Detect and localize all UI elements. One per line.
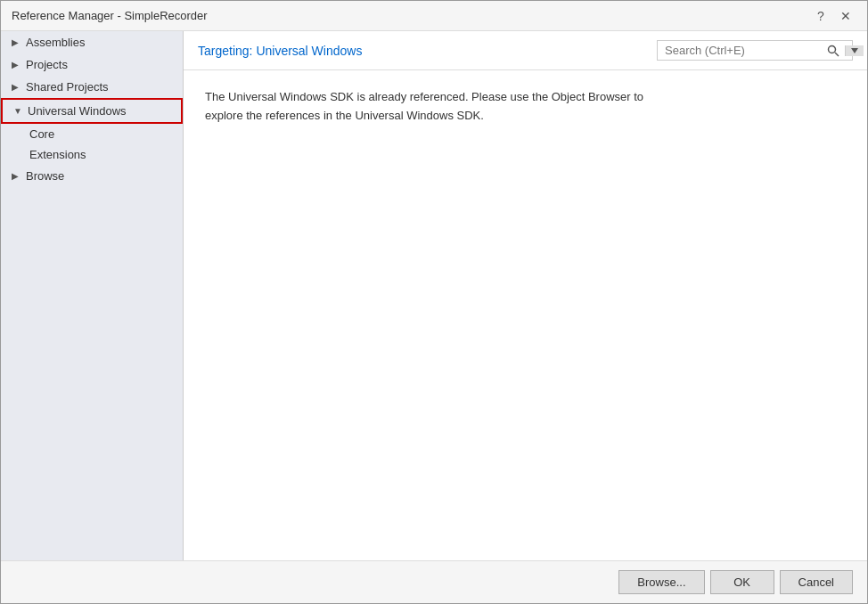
main-content: The Universal Windows SDK is already ref… xyxy=(184,70,867,560)
chevron-right-icon: ▶ xyxy=(12,37,22,47)
svg-line-1 xyxy=(835,53,839,56)
main-header: Targeting: Universal Windows xyxy=(184,31,867,70)
chevron-right-icon: ▶ xyxy=(12,171,22,181)
sidebar-item-browse-label: Browse xyxy=(26,169,64,183)
main-panel: Targeting: Universal Windows xyxy=(184,31,867,560)
sidebar-item-universal-windows-label: Universal Windows xyxy=(28,104,127,118)
sidebar-item-assemblies[interactable]: ▶ Assemblies xyxy=(1,31,183,53)
chevron-right-icon: ▶ xyxy=(12,82,22,92)
chevron-right-icon: ▶ xyxy=(12,60,22,69)
svg-marker-2 xyxy=(851,48,858,53)
cancel-button[interactable]: Cancel xyxy=(780,570,853,594)
svg-point-0 xyxy=(829,45,836,53)
search-icon xyxy=(827,45,839,57)
search-input[interactable] xyxy=(658,41,822,60)
chevron-down-icon: ▼ xyxy=(13,106,24,116)
dialog-title: Reference Manager - SimpleRecorder xyxy=(12,9,208,22)
sidebar-item-shared-projects-label: Shared Projects xyxy=(26,80,109,94)
sidebar: ▶ Assemblies ▶ Projects ▶ Shared Project… xyxy=(1,31,184,560)
reference-manager-dialog: Reference Manager - SimpleRecorder ? ✕ ▶… xyxy=(0,0,868,604)
sidebar-item-assemblies-label: Assemblies xyxy=(26,36,85,49)
title-controls: ? ✕ xyxy=(810,5,856,27)
sidebar-item-projects[interactable]: ▶ Projects xyxy=(1,53,183,76)
sidebar-subitem-core[interactable]: Core xyxy=(1,124,183,144)
ok-button[interactable]: OK xyxy=(710,570,774,594)
search-box xyxy=(657,40,853,61)
search-button[interactable] xyxy=(822,42,845,60)
title-bar: Reference Manager - SimpleRecorder ? ✕ xyxy=(1,1,867,31)
sidebar-item-projects-label: Projects xyxy=(26,58,68,71)
sidebar-subitem-extensions[interactable]: Extensions xyxy=(1,144,183,165)
info-text: The Universal Windows SDK is already ref… xyxy=(205,88,651,126)
search-dropdown-button[interactable] xyxy=(845,45,864,56)
sidebar-item-browse[interactable]: ▶ Browse xyxy=(1,165,183,187)
targeting-prefix: Targeting: xyxy=(198,44,256,58)
sidebar-item-shared-projects[interactable]: ▶ Shared Projects xyxy=(1,76,183,98)
help-button[interactable]: ? xyxy=(810,5,831,27)
content-area: ▶ Assemblies ▶ Projects ▶ Shared Project… xyxy=(1,31,867,560)
footer: Browse... OK Cancel xyxy=(1,560,867,603)
core-label: Core xyxy=(29,127,54,141)
extensions-label: Extensions xyxy=(29,148,86,161)
chevron-down-icon xyxy=(851,48,858,53)
close-button[interactable]: ✕ xyxy=(835,5,856,27)
browse-button[interactable]: Browse... xyxy=(618,570,704,594)
sidebar-item-universal-windows[interactable]: ▼ Universal Windows xyxy=(1,98,183,124)
targeting-value: Universal Windows xyxy=(256,44,362,58)
targeting-label: Targeting: Universal Windows xyxy=(198,44,362,58)
